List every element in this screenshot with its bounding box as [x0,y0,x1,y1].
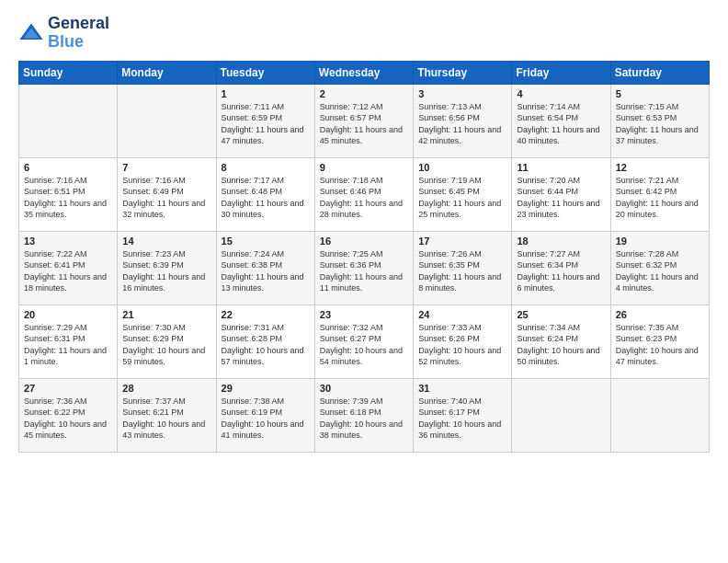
day-number: 1 [222,88,310,99]
calendar-cell: 7Sunrise: 7:16 AM Sunset: 6:49 PM Daylig… [118,157,216,231]
calendar-cell: 18Sunrise: 7:27 AM Sunset: 6:34 PM Dayli… [512,231,610,304]
calendar-cell: 8Sunrise: 7:17 AM Sunset: 6:48 PM Daylig… [216,157,314,231]
calendar-week-1: 1Sunrise: 7:11 AM Sunset: 6:59 PM Daylig… [19,84,710,157]
day-number: 18 [517,236,605,247]
calendar-cell: 10Sunrise: 7:19 AM Sunset: 6:45 PM Dayli… [414,157,512,231]
logo-text: General Blue [48,15,109,52]
day-info: Sunrise: 7:16 AM Sunset: 6:49 PM Dayligh… [122,175,210,221]
day-number: 30 [320,383,408,394]
day-info: Sunrise: 7:35 AM Sunset: 6:23 PM Dayligh… [616,322,704,368]
day-number: 12 [616,162,704,173]
day-number: 14 [122,236,210,247]
calendar-header: SundayMondayTuesdayWednesdayThursdayFrid… [19,61,710,84]
day-number: 6 [24,162,112,173]
calendar-week-4: 20Sunrise: 7:29 AM Sunset: 6:31 PM Dayli… [19,304,710,378]
day-number: 24 [418,309,506,320]
column-header-monday: Monday [118,61,216,84]
logo: General Blue [18,15,109,52]
column-header-sunday: Sunday [19,61,118,84]
day-number: 3 [418,88,506,99]
header-row: SundayMondayTuesdayWednesdayThursdayFrid… [19,61,710,84]
day-number: 17 [418,236,506,247]
calendar-cell: 3Sunrise: 7:13 AM Sunset: 6:56 PM Daylig… [414,84,512,157]
day-number: 4 [517,88,605,99]
calendar-cell: 13Sunrise: 7:22 AM Sunset: 6:41 PM Dayli… [19,231,118,304]
day-number: 11 [517,162,605,173]
calendar-cell: 22Sunrise: 7:31 AM Sunset: 6:28 PM Dayli… [216,304,314,378]
calendar-cell [19,84,118,157]
day-info: Sunrise: 7:24 AM Sunset: 6:38 PM Dayligh… [222,248,310,294]
calendar-cell: 21Sunrise: 7:30 AM Sunset: 6:29 PM Dayli… [118,304,216,378]
calendar-cell [512,378,610,452]
calendar-cell [610,378,709,452]
day-number: 22 [222,309,310,320]
day-number: 15 [222,236,310,247]
calendar-cell: 6Sunrise: 7:16 AM Sunset: 6:51 PM Daylig… [19,157,118,231]
day-number: 31 [418,383,506,394]
day-info: Sunrise: 7:19 AM Sunset: 6:45 PM Dayligh… [418,175,506,221]
day-info: Sunrise: 7:27 AM Sunset: 6:34 PM Dayligh… [517,248,605,294]
day-info: Sunrise: 7:40 AM Sunset: 6:17 PM Dayligh… [418,396,506,442]
day-number: 25 [517,309,605,320]
day-info: Sunrise: 7:22 AM Sunset: 6:41 PM Dayligh… [24,248,112,294]
day-info: Sunrise: 7:32 AM Sunset: 6:27 PM Dayligh… [320,322,408,368]
calendar-cell: 2Sunrise: 7:12 AM Sunset: 6:57 PM Daylig… [314,84,413,157]
calendar-body: 1Sunrise: 7:11 AM Sunset: 6:59 PM Daylig… [19,84,710,452]
page: General Blue SundayMondayTuesdayWednesda… [0,0,728,467]
column-header-tuesday: Tuesday [216,61,314,84]
calendar-cell: 27Sunrise: 7:36 AM Sunset: 6:22 PM Dayli… [19,378,118,452]
calendar-cell: 29Sunrise: 7:38 AM Sunset: 6:19 PM Dayli… [216,378,314,452]
calendar-cell: 26Sunrise: 7:35 AM Sunset: 6:23 PM Dayli… [610,304,709,378]
calendar-cell: 1Sunrise: 7:11 AM Sunset: 6:59 PM Daylig… [216,84,314,157]
calendar-cell: 16Sunrise: 7:25 AM Sunset: 6:36 PM Dayli… [314,231,413,304]
day-number: 26 [616,309,704,320]
calendar-table: SundayMondayTuesdayWednesdayThursdayFrid… [18,61,710,453]
calendar-week-3: 13Sunrise: 7:22 AM Sunset: 6:41 PM Dayli… [19,231,710,304]
day-number: 21 [122,309,210,320]
day-number: 8 [222,162,310,173]
day-info: Sunrise: 7:20 AM Sunset: 6:44 PM Dayligh… [517,175,605,221]
logo-icon [18,20,44,46]
calendar-cell: 14Sunrise: 7:23 AM Sunset: 6:39 PM Dayli… [118,231,216,304]
day-info: Sunrise: 7:14 AM Sunset: 6:54 PM Dayligh… [517,101,605,147]
day-info: Sunrise: 7:36 AM Sunset: 6:22 PM Dayligh… [24,396,112,442]
day-number: 29 [222,383,310,394]
day-number: 28 [122,383,210,394]
day-number: 7 [122,162,210,173]
day-number: 16 [320,236,408,247]
calendar-cell: 4Sunrise: 7:14 AM Sunset: 6:54 PM Daylig… [512,84,610,157]
day-number: 10 [418,162,506,173]
day-info: Sunrise: 7:26 AM Sunset: 6:35 PM Dayligh… [418,248,506,294]
calendar-cell: 5Sunrise: 7:15 AM Sunset: 6:53 PM Daylig… [610,84,709,157]
day-info: Sunrise: 7:38 AM Sunset: 6:19 PM Dayligh… [222,396,310,442]
day-info: Sunrise: 7:37 AM Sunset: 6:21 PM Dayligh… [122,396,210,442]
calendar-cell: 12Sunrise: 7:21 AM Sunset: 6:42 PM Dayli… [610,157,709,231]
day-info: Sunrise: 7:15 AM Sunset: 6:53 PM Dayligh… [616,101,704,147]
day-info: Sunrise: 7:29 AM Sunset: 6:31 PM Dayligh… [24,322,112,368]
calendar-cell: 30Sunrise: 7:39 AM Sunset: 6:18 PM Dayli… [314,378,413,452]
day-info: Sunrise: 7:28 AM Sunset: 6:32 PM Dayligh… [616,248,704,294]
day-info: Sunrise: 7:33 AM Sunset: 6:26 PM Dayligh… [418,322,506,368]
calendar-week-2: 6Sunrise: 7:16 AM Sunset: 6:51 PM Daylig… [19,157,710,231]
calendar-cell [118,84,216,157]
day-info: Sunrise: 7:30 AM Sunset: 6:29 PM Dayligh… [122,322,210,368]
day-number: 9 [320,162,408,173]
header: General Blue [18,15,710,52]
calendar-cell: 24Sunrise: 7:33 AM Sunset: 6:26 PM Dayli… [414,304,512,378]
day-info: Sunrise: 7:34 AM Sunset: 6:24 PM Dayligh… [517,322,605,368]
calendar-cell: 23Sunrise: 7:32 AM Sunset: 6:27 PM Dayli… [314,304,413,378]
day-number: 20 [24,309,112,320]
calendar-week-5: 27Sunrise: 7:36 AM Sunset: 6:22 PM Dayli… [19,378,710,452]
calendar-cell: 9Sunrise: 7:18 AM Sunset: 6:46 PM Daylig… [314,157,413,231]
day-info: Sunrise: 7:23 AM Sunset: 6:39 PM Dayligh… [122,248,210,294]
column-header-thursday: Thursday [414,61,512,84]
day-info: Sunrise: 7:11 AM Sunset: 6:59 PM Dayligh… [222,101,310,147]
day-number: 27 [24,383,112,394]
day-number: 19 [616,236,704,247]
day-info: Sunrise: 7:12 AM Sunset: 6:57 PM Dayligh… [320,101,408,147]
day-info: Sunrise: 7:17 AM Sunset: 6:48 PM Dayligh… [222,175,310,221]
day-number: 13 [24,236,112,247]
calendar-cell: 25Sunrise: 7:34 AM Sunset: 6:24 PM Dayli… [512,304,610,378]
calendar-cell: 20Sunrise: 7:29 AM Sunset: 6:31 PM Dayli… [19,304,118,378]
day-number: 5 [616,88,704,99]
